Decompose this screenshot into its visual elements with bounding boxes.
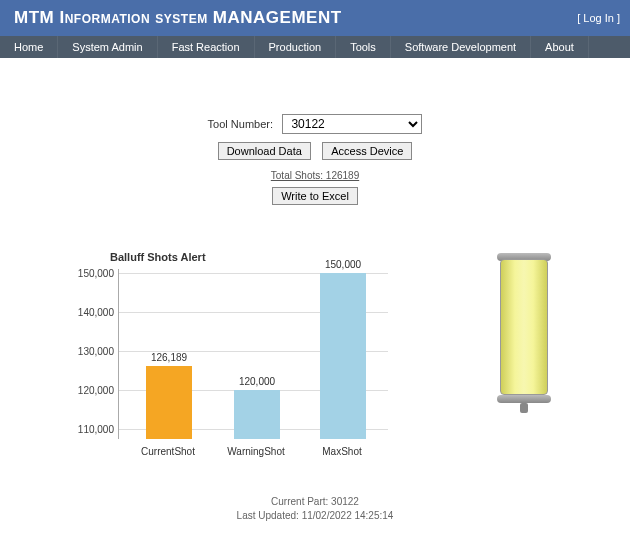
nav-item-system-admin[interactable]: System Admin <box>58 36 157 58</box>
x-label: WarningShot <box>227 446 284 457</box>
write-excel-button[interactable]: Write to Excel <box>272 187 358 205</box>
x-label: CurrentShot <box>141 446 195 457</box>
y-tick-label: 150,000 <box>70 267 114 278</box>
y-tick-label: 110,000 <box>70 424 114 435</box>
tool-select[interactable]: 30122 <box>282 114 422 134</box>
plot-area: 126,189120,000150,000 <box>118 269 388 439</box>
footer-part: Current Part: 30122 <box>10 495 620 509</box>
login-link[interactable]: [ Log In ] <box>577 12 620 24</box>
tube-nib <box>520 403 528 413</box>
nav-item-fast-reaction[interactable]: Fast Reaction <box>158 36 255 58</box>
app-title: MTM Information system MANAGEMENT <box>14 8 342 28</box>
y-tick-label: 120,000 <box>70 385 114 396</box>
tube-graphic <box>500 257 548 407</box>
excel-row: Write to Excel <box>10 187 620 205</box>
tube-bottom <box>497 395 551 403</box>
access-button[interactable]: Access Device <box>322 142 412 160</box>
content-area: Tool Number: 30122 Download Data Access … <box>0 58 630 533</box>
main-nav: HomeSystem AdminFast ReactionProductionT… <box>0 36 630 58</box>
app-header: MTM Information system MANAGEMENT [ Log … <box>0 0 630 36</box>
nav-item-about[interactable]: About <box>531 36 589 58</box>
footer-updated: Last Updated: 11/02/2022 14:25:14 <box>10 509 620 523</box>
y-tick-label: 130,000 <box>70 346 114 357</box>
action-row: Download Data Access Device <box>10 142 620 160</box>
tool-label: Tool Number: <box>208 118 273 130</box>
indicator-tube <box>500 257 548 407</box>
total-shots-text: Total Shots: 126189 <box>10 170 620 181</box>
bar-currentshot: 126,189 <box>146 366 192 439</box>
lower-section: Balluff Shots Alert 126,189120,000150,00… <box>10 211 620 465</box>
bar-chart: 126,189120,000150,000 110,000120,000130,… <box>70 269 400 455</box>
bar-label: 120,000 <box>234 376 280 387</box>
bar-label: 150,000 <box>320 259 366 270</box>
nav-item-home[interactable]: Home <box>0 36 58 58</box>
x-label: MaxShot <box>322 446 361 457</box>
nav-item-tools[interactable]: Tools <box>336 36 391 58</box>
tool-row: Tool Number: 30122 <box>10 114 620 134</box>
download-button[interactable]: Download Data <box>218 142 311 160</box>
nav-item-production[interactable]: Production <box>255 36 337 58</box>
chart-container: Balluff Shots Alert 126,189120,000150,00… <box>50 251 410 455</box>
bar-maxshot: 150,000 <box>320 273 366 439</box>
y-tick-label: 140,000 <box>70 306 114 317</box>
bar-warningshot: 120,000 <box>234 390 280 439</box>
bar-label: 126,189 <box>146 352 192 363</box>
nav-item-software-development[interactable]: Software Development <box>391 36 531 58</box>
tube-body <box>500 259 548 395</box>
footer: Current Part: 30122 Last Updated: 11/02/… <box>10 495 620 523</box>
